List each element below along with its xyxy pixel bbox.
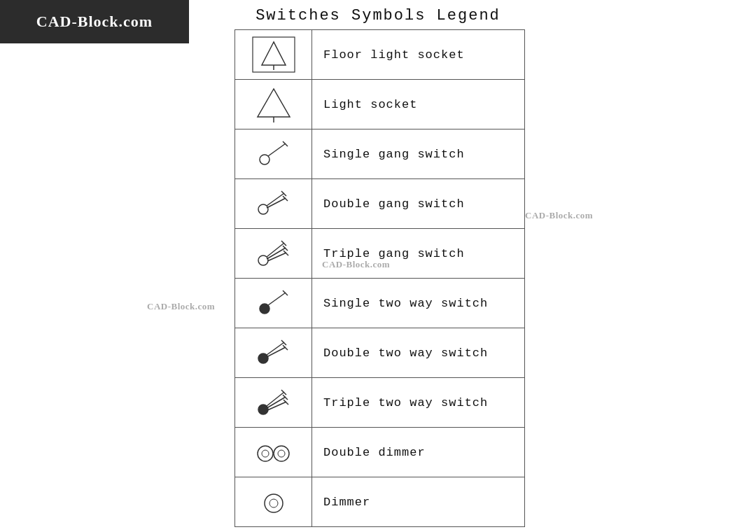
svg-point-8 [258, 204, 268, 214]
watermark-left: CAD-Block.com [147, 301, 215, 312]
symbol-triple-two-way-switch [235, 378, 312, 428]
table-row: Double two way switch [235, 328, 525, 378]
table-row: Double gang switch [235, 179, 525, 229]
svg-point-37 [262, 450, 269, 457]
label-floor-light-socket: Floor light socket [312, 30, 525, 80]
symbol-double-dimmer [235, 428, 312, 477]
label-double-two-way-switch: Double two way switch [312, 328, 525, 378]
svg-marker-3 [258, 89, 290, 117]
svg-line-12 [283, 196, 288, 201]
svg-point-28 [258, 405, 268, 414]
svg-marker-1 [262, 42, 286, 65]
label-light-socket: Light socket [312, 80, 525, 130]
symbol-double-gang-switch [235, 179, 312, 229]
label-double-dimmer: Double dimmer [312, 428, 525, 477]
symbol-triple-gang-switch [235, 229, 312, 279]
svg-point-23 [258, 354, 268, 363]
table-row: Single two way switch [235, 279, 525, 328]
table-row: Floor light socket [235, 30, 525, 80]
svg-point-36 [274, 446, 289, 461]
label-single-two-way-switch: Single two way switch [312, 279, 525, 328]
svg-point-40 [270, 499, 278, 507]
svg-point-5 [260, 155, 270, 164]
label-dimmer: Dimmer [312, 477, 525, 527]
table-row: Dimmer [235, 477, 525, 527]
svg-line-18 [283, 246, 288, 251]
svg-line-21 [268, 293, 286, 305]
symbol-floor-light-socket [235, 30, 312, 80]
svg-line-27 [283, 345, 288, 350]
table-row: Triple gang switch [235, 229, 525, 279]
table-row: Triple two way switch [235, 378, 525, 428]
table-row: Single gang switch [235, 130, 525, 179]
table-row: Light socket [235, 80, 525, 130]
svg-line-33 [283, 395, 288, 400]
symbol-light-socket [235, 80, 312, 130]
watermark-right: CAD-Block.com [525, 210, 593, 221]
label-single-gang-switch: Single gang switch [312, 130, 525, 179]
svg-line-6 [268, 144, 286, 156]
svg-point-13 [258, 255, 268, 265]
legend-table: Floor light socket Light socket Single g… [234, 29, 525, 527]
table-row: Double dimmer [235, 428, 525, 477]
symbol-double-two-way-switch [235, 328, 312, 378]
page-title: Switches Symbols Legend [0, 7, 756, 24]
svg-point-39 [265, 494, 283, 512]
svg-point-38 [278, 450, 285, 457]
symbol-single-gang-switch [235, 130, 312, 179]
svg-point-35 [258, 446, 273, 461]
label-double-gang-switch: Double gang switch [312, 179, 525, 229]
label-triple-two-way-switch: Triple two way switch [312, 378, 525, 428]
symbol-dimmer [235, 477, 312, 527]
symbol-single-two-way-switch [235, 279, 312, 328]
label-triple-gang-switch: Triple gang switch [312, 229, 525, 279]
svg-point-20 [260, 304, 270, 314]
